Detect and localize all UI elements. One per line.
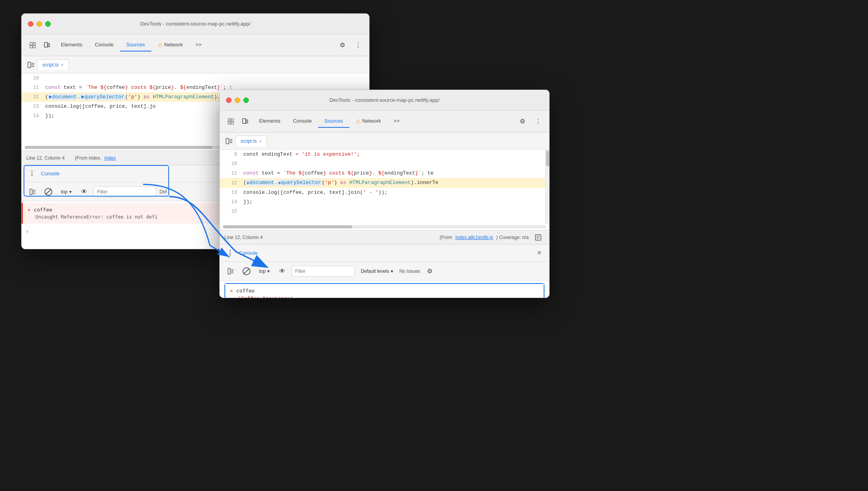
console-filter-input-2[interactable] [292,266,355,277]
success-entry-2: × coffee 'Coffee Americano' [225,284,544,298]
svg-rect-29 [228,268,230,274]
window-title-2: DevTools - consistent-source-map-pc.netl… [329,97,440,103]
window-controls-2 [226,97,249,103]
svg-rect-6 [28,62,31,68]
chevron-down-icon-1: ▾ [69,189,72,195]
console-sidebar-btn-2[interactable] [224,265,237,278]
svg-rect-16 [228,122,230,124]
tab-console-2[interactable]: Console [287,115,318,128]
svg-rect-10 [30,189,32,195]
devtools-toolbar-2: Elements Console Sources ⚠ Network >> ⚙ … [220,110,549,132]
minimize-button-1[interactable] [37,21,42,27]
tab-more-2[interactable]: >> [387,115,406,128]
clear-console-btn-2[interactable] [240,265,253,278]
file-tab-bar-1: script.ts × [22,56,369,74]
warning-icon-2: ⚠ [356,118,361,124]
toolbar-right-2: ⚙ ⋮ [516,115,544,128]
coverage-icon-2[interactable] [532,231,544,244]
close-console-button-2[interactable]: × [534,247,544,259]
tab-elements-2[interactable]: Elements [253,115,287,128]
top-label-2: top [259,268,266,274]
default-levels-dropdown-2[interactable]: Default levels ▾ [358,267,396,276]
svg-rect-19 [243,119,246,123]
console-drag-handle-2[interactable]: ⋮ [224,248,236,257]
svg-rect-21 [226,138,229,144]
console-filter-input-1[interactable] [94,186,156,197]
code-line-10-2: 10 [220,159,549,169]
default-levels-text-2: Default levels [361,268,389,274]
tab-more-1[interactable]: >> [189,39,208,51]
warning-icon-1: ⚠ [158,42,163,48]
chevron-right-icon-1: › [26,228,28,234]
file-tab-close-2[interactable]: × [259,139,261,143]
success-entry-box-2: × coffee 'Coffee Americano' [224,283,544,298]
tab-network-1[interactable]: ⚠ Network [151,39,189,52]
console-header-2: ⋮ Console × [220,245,549,262]
window-controls-1 [28,21,51,27]
code-line-12-2: 12 (▶document.▶querySelector('p') as HTM… [220,178,549,188]
svg-rect-0 [30,42,32,45]
console-label-2[interactable]: Console [239,250,258,256]
default-levels-1: Def [160,189,167,195]
cursor-position-2: Line 12, Column 4 [224,235,263,240]
device-toggle-button[interactable] [40,39,53,51]
console-drag-handle-1[interactable]: ⋮ [26,169,38,178]
code-line-13-2: 13 console.log([coffee, price, text].joi… [220,188,549,197]
file-tab-name-2: script.ts [241,138,257,144]
file-tab-2[interactable]: script.ts × [235,136,267,146]
settings-button-2[interactable]: ⚙ [516,115,529,128]
file-tab-1[interactable]: script.ts × [37,59,69,70]
close-button-1[interactable] [28,21,33,27]
device-toggle-button-2[interactable] [239,115,251,128]
console-label-1[interactable]: Console [41,171,60,177]
titlebar-1: DevTools - consistent-source-map-pc.netl… [22,14,369,34]
scrollbar-right-2[interactable] [545,150,549,224]
eye-button-1[interactable]: 👁 [78,186,90,198]
minimize-button-2[interactable] [235,97,240,103]
more-menu-button-1[interactable]: ⋮ [352,39,364,51]
tab-bar-2: Elements Console Sources ⚠ Network >> [253,115,515,128]
code-area-2: 9 const endingText = 'it is expensive!';… [220,150,549,224]
scrollbar-h-2[interactable] [223,225,546,228]
no-issues-badge: No Issues [399,268,420,274]
svg-rect-4 [44,42,48,47]
eye-button-2[interactable]: 👁 [276,265,289,278]
titlebar-2: DevTools - consistent-source-map-pc.netl… [220,90,549,110]
from-text-1: (From index. [75,155,101,161]
tab-elements-1[interactable]: Elements [55,39,88,51]
svg-rect-2 [33,42,35,45]
success-title-2: × coffee [230,288,539,294]
svg-rect-15 [228,119,230,121]
clear-console-btn-1[interactable] [42,186,55,198]
inspect-element-button[interactable] [26,39,39,51]
sidebar-toggle-2[interactable] [224,136,234,146]
file-tab-close-1[interactable]: × [61,63,63,67]
error-var-name-1: coffee [34,207,52,213]
top-label-1: top [61,189,68,195]
maximize-button-2[interactable] [243,97,249,103]
toolbar-right-1: ⚙ ⋮ [336,39,364,51]
top-context-dropdown-1[interactable]: top ▾ [58,188,75,196]
settings-button-1[interactable]: ⚙ [336,39,349,51]
tab-console-1[interactable]: Console [88,39,120,51]
tab-sources-2[interactable]: Sources [318,115,349,128]
issues-settings-btn[interactable]: ⚙ [423,265,436,278]
top-context-dropdown-2[interactable]: top ▾ [256,267,273,276]
coverage-text: ) Coverage: n/a [496,235,529,240]
code-line-9-2: 9 const endingText = 'it is expensive!'; [220,150,549,159]
console-sidebar-btn-1[interactable] [26,186,39,198]
chevron-down-levels-icon: ▾ [391,268,393,274]
more-menu-button-2[interactable]: ⋮ [532,115,544,128]
code-line-11-2: 11 const text = `The ${coffee} costs ${p… [220,169,549,178]
sidebar-toggle-1[interactable] [26,60,36,70]
tab-sources-1[interactable]: Sources [120,39,151,51]
index-link-2[interactable]: index.a8c1ec6b.js [455,235,493,240]
inspect-element-button-2[interactable] [224,115,237,128]
chevron-down-icon-2: ▾ [267,268,270,274]
code-line-14-2: 14 }); [220,197,549,207]
tab-network-2[interactable]: ⚠ Network [349,115,388,128]
maximize-button-1[interactable] [45,21,51,27]
svg-rect-20 [246,120,248,123]
index-link-1[interactable]: index [105,155,116,161]
close-button-2[interactable] [226,97,232,103]
